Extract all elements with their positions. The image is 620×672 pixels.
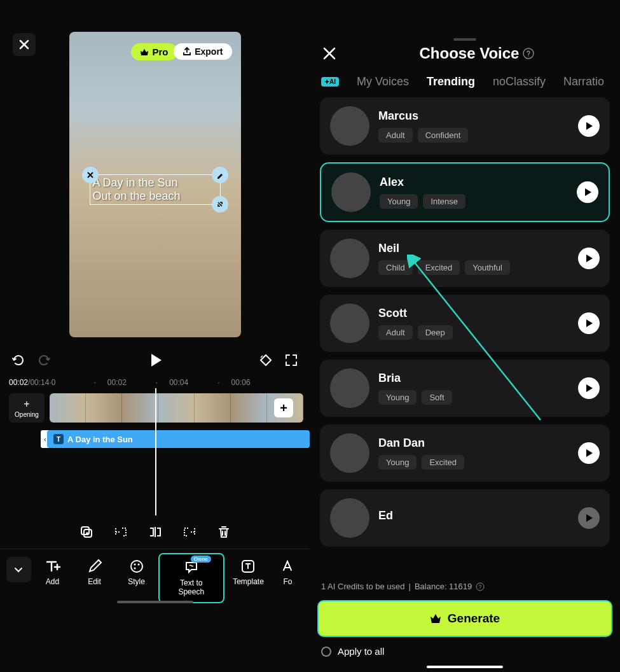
fullscreen-button[interactable] (284, 353, 298, 367)
voice-tag: Adult (378, 325, 413, 340)
sheet-grabber[interactable] (453, 38, 476, 41)
voice-tag: Young (378, 455, 417, 470)
text-edit-handle[interactable] (212, 167, 228, 183)
export-button-label: Export (195, 46, 223, 57)
delete-button[interactable] (215, 523, 233, 541)
svg-point-5 (134, 568, 135, 570)
svg-text:?: ? (479, 584, 482, 590)
voice-name: Marcus (378, 109, 569, 123)
home-indicator (427, 666, 503, 668)
tab-no-classify[interactable]: noClassify (493, 75, 546, 88)
tab-narration[interactable]: Narratio (563, 75, 604, 88)
generate-button[interactable]: Generate (317, 600, 612, 637)
text-overlay[interactable]: A Day in the Sun Out on the beach (90, 174, 221, 205)
timeline-tick: 00:04 (169, 378, 188, 387)
voice-avatar (330, 106, 369, 146)
voice-card[interactable]: Scott AdultDeep (320, 295, 610, 352)
tab-my-voices[interactable]: My Voices (357, 75, 409, 88)
bottom-nav: Add Edit Style Clone Text to Speech Temp… (0, 549, 310, 607)
nav-template[interactable]: Template (226, 553, 271, 591)
apply-all-label: Apply to all (338, 646, 384, 657)
tab-trending[interactable]: Trending (427, 75, 475, 88)
generate-label: Generate (448, 612, 500, 626)
nav-tts-label: Text to Speech (167, 578, 216, 597)
export-button[interactable]: Export (174, 43, 231, 60)
text-track[interactable]: T A Day in the Sun (47, 430, 310, 448)
timeline-tick: 00:02 (107, 378, 127, 387)
play-voice-button[interactable] (578, 115, 600, 137)
video-track[interactable] (50, 393, 303, 423)
voice-tag: Adult (378, 128, 413, 143)
keyframe-button[interactable] (259, 353, 273, 367)
apply-to-all-toggle[interactable]: Apply to all (310, 640, 620, 662)
nav-add[interactable]: Add (32, 553, 73, 591)
split-right-button[interactable] (181, 523, 198, 541)
svg-point-3 (134, 564, 135, 566)
nav-style[interactable]: Style (116, 553, 157, 591)
total-time: 00:14 (30, 378, 49, 387)
play-voice-button[interactable] (578, 248, 600, 269)
voice-tabs: ✦AI My Voices Trending noClassify Narrat… (310, 75, 620, 97)
voice-avatar (330, 304, 369, 343)
voice-card[interactable]: Alex YoungIntense (320, 162, 610, 222)
clone-badge: Clone (191, 556, 211, 563)
voice-card[interactable]: Ed (320, 489, 610, 547)
radio-icon (321, 647, 331, 657)
voice-panel: Choose Voice ✦AI My Voices Trending noCl… (310, 0, 620, 672)
palette-icon (128, 558, 145, 575)
nav-collapse-button[interactable] (6, 557, 31, 582)
help-icon[interactable] (523, 48, 534, 59)
split-button[interactable] (146, 523, 164, 541)
text-clip-label: A Day in the Sun (67, 435, 133, 444)
play-voice-button[interactable] (578, 442, 600, 464)
voice-avatar (331, 172, 371, 212)
video-preview[interactable]: Pro Export A Day in the Sun Out on the b… (69, 32, 241, 337)
voice-list[interactable]: Marcus AdultConfident Alex YoungIntense … (310, 97, 620, 575)
nav-font[interactable]: Fo (272, 553, 303, 591)
add-opening-button[interactable]: + Opening (9, 393, 45, 423)
voice-card[interactable]: Neil ChildExcitedYouthful (320, 230, 610, 287)
credits-used: 1 AI Credits to be used (321, 582, 405, 591)
voice-tag: Excited (418, 260, 460, 275)
voice-name: Ed (378, 509, 569, 522)
voice-avatar (330, 433, 369, 473)
text-track-icon: T (53, 434, 64, 444)
play-voice-button[interactable] (578, 507, 600, 529)
playhead[interactable] (155, 388, 156, 515)
voice-tag: Child (378, 260, 413, 275)
play-voice-button[interactable] (578, 312, 600, 334)
close-voice-button[interactable] (322, 46, 336, 60)
speech-bubble-icon: Clone (183, 559, 200, 576)
undo-button[interactable] (11, 353, 25, 367)
text-overlay-line2: Out on the beach (93, 190, 217, 203)
redo-button[interactable] (37, 353, 51, 367)
credits-bar: 1 AI Credits to be used | Balance: 11619… (310, 575, 620, 598)
pro-badge[interactable]: Pro (131, 43, 177, 60)
timeline-timecode: 00:02/00:14·0 · 00:02 · 00:04 · 00:06 (0, 377, 310, 388)
voice-tag: Intense (423, 194, 465, 209)
timeline-tick: 00:06 (231, 378, 251, 387)
voice-name: Alex (380, 176, 568, 189)
add-clip-button[interactable]: + (274, 398, 293, 417)
text-resize-handle[interactable] (212, 196, 228, 213)
voice-name: Bria (378, 372, 569, 385)
timeline[interactable]: + Opening + ‹ T A Day in the Sun (0, 388, 310, 515)
nav-edit-label: Edit (88, 577, 101, 586)
voice-tag: Soft (422, 390, 451, 405)
help-icon[interactable]: ? (476, 582, 485, 591)
nav-edit[interactable]: Edit (74, 553, 115, 591)
edit-icon (86, 558, 103, 575)
play-voice-button[interactable] (577, 181, 598, 203)
voice-card[interactable]: Bria YoungSoft (320, 360, 610, 417)
voice-card[interactable]: Marcus AdultConfident (320, 97, 610, 155)
play-button[interactable] (146, 351, 164, 369)
voice-card[interactable]: Dan Dan YoungExcited (320, 424, 610, 482)
copy-button[interactable] (78, 523, 95, 541)
play-voice-button[interactable] (578, 377, 600, 399)
nav-tts[interactable]: Clone Text to Speech (158, 553, 224, 603)
text-delete-handle[interactable] (82, 167, 99, 183)
text-overlay-line1: A Day in the Sun (93, 176, 217, 190)
close-editor-button[interactable] (13, 33, 36, 56)
split-left-button[interactable] (112, 523, 130, 541)
template-icon (240, 558, 256, 575)
